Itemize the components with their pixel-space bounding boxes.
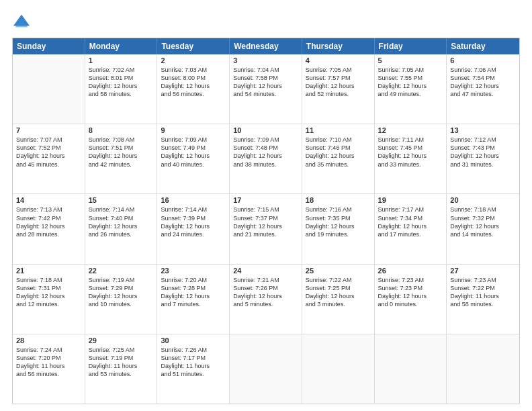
cell-info-line: Sunset: 7:52 PM [16, 144, 81, 152]
day-number: 17 [233, 196, 298, 204]
cell-info-line: Sunrise: 7:16 AM [306, 205, 371, 214]
calendar-cell: 14Sunrise: 7:13 AMSunset: 7:42 PMDayligh… [13, 194, 85, 263]
cell-info-line: Sunrise: 7:08 AM [89, 136, 154, 144]
day-number: 16 [161, 196, 226, 204]
cell-info-line: and 19 minutes. [306, 230, 371, 238]
cell-info-line: Daylight: 12 hours [378, 222, 443, 230]
cell-info-line: Sunrise: 7:23 AM [450, 276, 516, 284]
calendar-cell: 2Sunrise: 7:03 AMSunset: 8:00 PMDaylight… [157, 54, 230, 124]
cell-info-line: and 31 minutes. [450, 161, 516, 169]
day-number: 6 [450, 56, 516, 64]
cell-info-line: and 42 minutes. [89, 161, 154, 169]
cell-info-line: Sunrise: 7:21 AM [233, 276, 298, 284]
cell-info-line: Daylight: 12 hours [89, 222, 154, 230]
cell-info-line: Sunset: 7:31 PM [16, 284, 81, 292]
day-number: 12 [378, 126, 443, 134]
cell-info-line: and 12 minutes. [16, 300, 81, 308]
calendar-cell: 29Sunrise: 7:25 AMSunset: 7:19 PMDayligh… [85, 334, 158, 404]
cell-info-line: Daylight: 12 hours [306, 82, 371, 90]
calendar-row: 21Sunrise: 7:18 AMSunset: 7:31 PMDayligh… [13, 265, 519, 334]
cell-info-line: Sunrise: 7:05 AM [306, 66, 371, 74]
header-day: Sunday [13, 38, 85, 54]
calendar-cell [302, 334, 375, 404]
cell-info-line: Sunrise: 7:17 AM [378, 205, 443, 214]
cell-info-line: Daylight: 12 hours [89, 152, 154, 160]
logo-icon [12, 12, 31, 31]
cell-info-line: Sunrise: 7:24 AM [16, 346, 81, 354]
cell-info-line: Daylight: 12 hours [161, 222, 226, 230]
cell-info-line: Sunset: 7:49 PM [161, 144, 226, 152]
cell-info-line: Sunset: 8:00 PM [161, 74, 226, 82]
calendar: SundayMondayTuesdayWednesdayThursdayFrid… [12, 38, 520, 404]
calendar-cell: 4Sunrise: 7:05 AMSunset: 7:57 PMDaylight… [302, 54, 375, 124]
cell-info-line: Sunrise: 7:18 AM [450, 205, 516, 214]
cell-info-line: Sunset: 7:19 PM [89, 354, 154, 362]
cell-info-line: and 10 minutes. [89, 300, 154, 308]
calendar-cell: 30Sunrise: 7:26 AMSunset: 7:17 PMDayligh… [157, 334, 230, 404]
cell-info-line: Sunset: 8:01 PM [89, 74, 154, 82]
cell-info-line: and 21 minutes. [233, 230, 298, 238]
cell-info-line: Sunset: 7:22 PM [450, 284, 516, 292]
calendar-row: 1Sunrise: 7:02 AMSunset: 8:01 PMDaylight… [13, 54, 519, 124]
cell-info-line: Sunset: 7:46 PM [306, 144, 371, 152]
calendar-cell [13, 54, 85, 124]
cell-info-line: Daylight: 12 hours [306, 152, 371, 160]
day-number: 15 [89, 196, 154, 204]
cell-info-line: Sunrise: 7:14 AM [161, 205, 226, 214]
cell-info-line: Daylight: 12 hours [378, 152, 443, 160]
cell-info-line: and 56 minutes. [161, 90, 226, 98]
calendar-cell: 9Sunrise: 7:09 AMSunset: 7:49 PMDaylight… [157, 124, 230, 193]
calendar-row: 14Sunrise: 7:13 AMSunset: 7:42 PMDayligh… [13, 194, 519, 264]
cell-info-line: Daylight: 11 hours [161, 362, 226, 370]
cell-info-line: Sunrise: 7:13 AM [16, 205, 81, 214]
day-number: 4 [306, 56, 371, 64]
cell-info-line: Sunset: 7:23 PM [378, 284, 443, 292]
cell-info-line: Sunrise: 7:04 AM [233, 66, 298, 74]
day-number: 10 [233, 126, 298, 134]
calendar-cell: 28Sunrise: 7:24 AMSunset: 7:20 PMDayligh… [13, 334, 85, 404]
cell-info-line: Daylight: 12 hours [233, 222, 298, 230]
cell-info-line: Daylight: 12 hours [161, 292, 226, 300]
calendar-cell: 15Sunrise: 7:14 AMSunset: 7:40 PMDayligh… [85, 194, 158, 263]
cell-info-line: Sunset: 7:35 PM [306, 214, 371, 222]
cell-info-line: Daylight: 12 hours [161, 82, 226, 90]
calendar-body: 1Sunrise: 7:02 AMSunset: 8:01 PMDaylight… [13, 54, 519, 404]
day-number: 22 [89, 267, 154, 275]
calendar-row: 28Sunrise: 7:24 AMSunset: 7:20 PMDayligh… [13, 334, 519, 404]
cell-info-line: Sunrise: 7:22 AM [306, 276, 371, 284]
cell-info-line: Sunrise: 7:15 AM [233, 205, 298, 214]
calendar-cell: 17Sunrise: 7:15 AMSunset: 7:37 PMDayligh… [230, 194, 302, 263]
header-day: Thursday [302, 38, 375, 54]
header-day: Monday [85, 38, 158, 54]
logo [12, 12, 34, 31]
cell-info-line: Daylight: 11 hours [16, 362, 81, 370]
day-number: 23 [161, 267, 226, 275]
cell-info-line: Daylight: 12 hours [306, 292, 371, 300]
cell-info-line: and 52 minutes. [306, 90, 371, 98]
cell-info-line: Sunset: 7:57 PM [306, 74, 371, 82]
calendar-cell [375, 334, 447, 404]
day-number: 14 [16, 196, 81, 204]
cell-info-line: and 53 minutes. [89, 370, 154, 378]
day-number: 8 [89, 126, 154, 134]
cell-info-line: and 7 minutes. [161, 300, 226, 308]
cell-info-line: Sunrise: 7:26 AM [161, 346, 226, 354]
cell-info-line: Daylight: 11 hours [450, 292, 516, 300]
cell-info-line: Sunset: 7:40 PM [89, 214, 154, 222]
calendar-cell: 27Sunrise: 7:23 AMSunset: 7:22 PMDayligh… [447, 265, 519, 334]
cell-info-line: Sunset: 7:42 PM [16, 214, 81, 222]
day-number: 25 [306, 267, 371, 275]
day-number: 30 [161, 336, 226, 345]
cell-info-line: Daylight: 12 hours [378, 82, 443, 90]
cell-info-line: Sunset: 7:20 PM [16, 354, 81, 362]
day-number: 11 [306, 126, 371, 134]
cell-info-line: Sunrise: 7:25 AM [89, 346, 154, 354]
cell-info-line: Sunset: 7:25 PM [306, 284, 371, 292]
cell-info-line: and 54 minutes. [233, 90, 298, 98]
day-number: 24 [233, 267, 298, 275]
cell-info-line: Sunset: 7:28 PM [161, 284, 226, 292]
cell-info-line: and 45 minutes. [16, 161, 81, 169]
cell-info-line: Daylight: 12 hours [161, 152, 226, 160]
cell-info-line: and 47 minutes. [450, 90, 516, 98]
calendar-cell: 10Sunrise: 7:09 AMSunset: 7:48 PMDayligh… [230, 124, 302, 193]
